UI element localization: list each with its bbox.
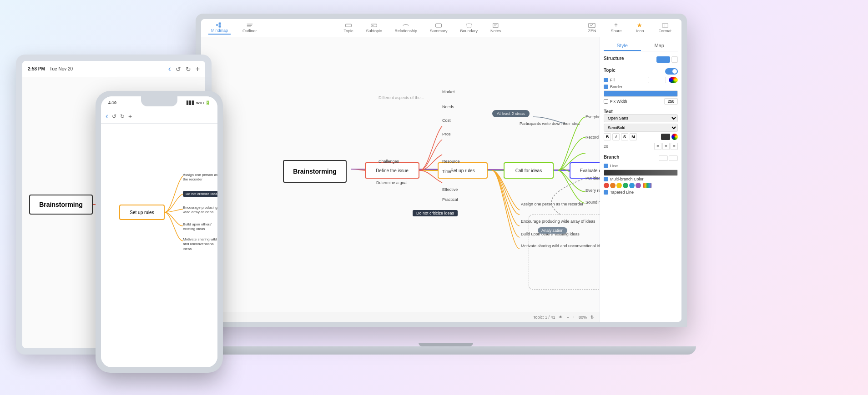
structure-row: Structure [604, 56, 678, 63]
sub-categories: Put ideas in categories [585, 176, 600, 180]
laptop: Mindmap Outliner Topic [196, 14, 696, 355]
phone-back-btn[interactable]: ‹ [106, 111, 108, 121]
node-define[interactable]: Define the issue [365, 162, 419, 179]
phone-undo-btn[interactable]: ↺ [112, 113, 116, 120]
font-weight-select[interactable]: SemiBold [604, 124, 678, 132]
svg-rect-12 [493, 23, 498, 28]
phone-add-btn[interactable]: + [128, 113, 132, 120]
phone-no-criticize: Do not criticize ideas [183, 191, 217, 197]
sub-cost: Cost [442, 118, 451, 123]
tablet-add-btn[interactable]: + [196, 65, 200, 73]
laptop-body: Mindmap Outliner Topic [196, 14, 687, 327]
text-style-row: B I S M [604, 133, 678, 140]
svg-rect-5 [247, 25, 252, 26]
sub-every-response: Every response should be recorded [585, 188, 600, 193]
sub-market: Market [442, 90, 455, 94]
panel-tab-style[interactable]: Style [604, 41, 641, 51]
align-left-btn[interactable]: ≡ [654, 143, 661, 150]
border-row: Border [604, 85, 678, 89]
phone-setup-node[interactable]: Set up rules [119, 205, 165, 220]
svg-rect-10 [436, 24, 442, 27]
toolbar-outliner[interactable]: Outliner [240, 22, 260, 34]
fix-width-input[interactable] [664, 98, 678, 105]
phone-encourage: Encourage producing wide array of ideas [183, 205, 217, 215]
toolbar-relationship[interactable]: Relationship [392, 22, 420, 34]
bold-button[interactable]: B [604, 133, 611, 140]
toolbar-icon[interactable]: Icon [633, 22, 646, 34]
svg-rect-3 [218, 26, 221, 27]
svg-rect-0 [216, 24, 218, 25]
sub-record: Record ideas [585, 135, 600, 140]
size-m-button[interactable]: M [630, 133, 637, 140]
phone-screen: 4:10 ▋▋▋ WiFi 🔋 ‹ ↺ ↻ + [101, 96, 217, 367]
mindmap-container: Brainstorming Define the issue Set up ru… [201, 37, 600, 322]
panel-branch-section: Branch Line M [604, 155, 678, 195]
highlighted-criticize: Do not criticize ideas [413, 210, 458, 216]
toolbar-topic[interactable]: Topic [341, 22, 356, 34]
phone-build: Build upon others' existing ideas [183, 222, 217, 232]
sub-pros-define: Pros [442, 132, 451, 136]
text-color-swatch[interactable] [661, 134, 670, 140]
phone-toolbar: ‹ ↺ ↻ + [101, 109, 217, 124]
sub-challenges: Challenges [378, 159, 399, 164]
laptop-screen: Mindmap Outliner Topic [201, 19, 681, 322]
phone: 4:10 ▋▋▋ WiFi 🔋 ‹ ↺ ↻ + [96, 91, 232, 382]
fix-width-checkbox[interactable] [604, 99, 608, 104]
svg-rect-7 [346, 24, 352, 27]
svg-rect-1 [218, 22, 221, 24]
phone-motivate: Motivate sharing wild and unconventional… [183, 237, 217, 251]
fill-row: Fill [604, 77, 678, 83]
tablet-undo-btn[interactable]: ↺ [176, 65, 181, 73]
evaluate-dashed-box [529, 215, 600, 290]
toolbar-mindmap[interactable]: Mindmap [208, 21, 231, 35]
svg-rect-6 [247, 26, 251, 27]
toolbar-boundary[interactable]: Boundary [458, 22, 481, 34]
svg-rect-8 [371, 24, 377, 27]
laptop-notch [419, 343, 473, 346]
phone-canvas[interactable]: Set up rules Assign one person as the re… [101, 124, 217, 367]
canvas-area[interactable]: Brainstorming Define the issue Set up ru… [201, 37, 600, 322]
tablet-back-btn[interactable]: ‹ [168, 64, 171, 74]
strike-button[interactable]: S [621, 133, 628, 140]
toolbar-summary[interactable]: Summary [427, 22, 450, 34]
right-panel: Style Map Structure [600, 37, 681, 322]
svg-rect-11 [466, 24, 472, 27]
phone-redo-btn[interactable]: ↻ [120, 113, 125, 120]
svg-rect-4 [247, 24, 252, 25]
laptop-base [187, 346, 696, 355]
tablet-redo-btn[interactable]: ↻ [186, 65, 191, 73]
toolbar-center: Topic Subtopic Relationship Summary [341, 22, 504, 34]
toolbar-subtopic[interactable]: Subtopic [363, 22, 384, 34]
sub-everybody: Everybody presents their idea in turn [585, 115, 600, 119]
sub-assign: Assign one person as the recorder [521, 202, 584, 206]
toolbar-share[interactable]: Share [608, 22, 624, 34]
align-right-btn[interactable]: ≡ [671, 143, 678, 150]
toolbar-format[interactable]: Format [656, 22, 674, 34]
sub-determine: Determine a goal [376, 180, 408, 185]
italic-button[interactable]: I [612, 133, 620, 140]
topic-toggle[interactable] [665, 68, 678, 75]
panel-text-section: Text Open Sans SemiBold B I S M [604, 109, 678, 150]
svg-rect-9 [372, 25, 373, 26]
node-call[interactable]: Call for ideas [504, 162, 554, 179]
app-toolbar: Mindmap Outliner Topic [201, 19, 681, 37]
node-root[interactable]: Brainstorming [283, 160, 347, 183]
panel-topic-section: Topic Fill Border [604, 68, 678, 105]
participants-text: Participants write down their idea [520, 121, 580, 126]
fill-color[interactable] [648, 77, 666, 83]
tablet-root-node[interactable]: Brainstorming [29, 195, 93, 215]
sub-effective: Effective [442, 187, 458, 192]
svg-marker-16 [637, 23, 642, 27]
panel-tab-map[interactable]: Map [641, 41, 678, 51]
sub-sound: Sound recording [585, 200, 600, 205]
align-center-btn[interactable]: ≡ [662, 143, 670, 150]
balloon-node: At least 2 ideas [492, 110, 530, 117]
toolbar-notes[interactable]: Notes [488, 22, 504, 34]
branch-color-swatches [604, 183, 678, 188]
phone-notch [141, 96, 177, 106]
sub-needs: Needs [442, 105, 454, 109]
toolbar-zen[interactable]: ZEN [585, 22, 599, 34]
phone-body: 4:10 ▋▋▋ WiFi 🔋 ‹ ↺ ↻ + [96, 91, 223, 373]
sub-practical: Practical [442, 197, 458, 202]
font-family-select[interactable]: Open Sans [604, 114, 678, 122]
